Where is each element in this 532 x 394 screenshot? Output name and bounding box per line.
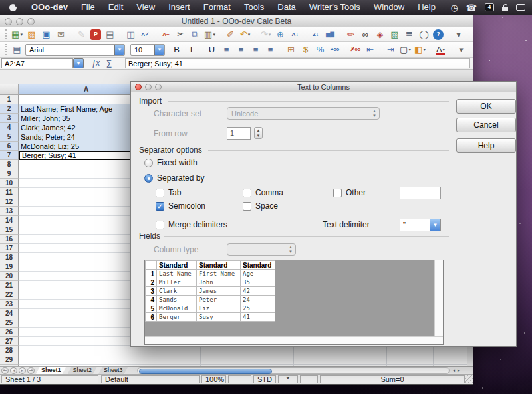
cancel-button[interactable]: Cancel (456, 118, 516, 132)
menu-tools[interactable]: Tools (237, 0, 271, 15)
tab-sheet1[interactable]: Sheet1 (36, 367, 66, 374)
row-header-21[interactable]: 21 (0, 281, 19, 290)
chevron-down-icon[interactable]: ▾ (248, 32, 251, 37)
row-header-25[interactable]: 25 (0, 318, 19, 328)
font-name-combo[interactable]: Arial ▼ (25, 44, 125, 56)
format-currency-icon[interactable]: $ (299, 44, 312, 56)
chevron-down-icon[interactable]: ▼ (430, 219, 440, 231)
menu-view[interactable]: View (130, 0, 162, 15)
bold-icon[interactable]: B (170, 44, 183, 56)
italic-icon[interactable]: I (185, 44, 198, 56)
status-zoom[interactable]: 100% (201, 375, 226, 383)
horizontal-scrollbar[interactable] (137, 367, 450, 374)
send-email-icon[interactable]: ✉ (55, 29, 67, 41)
preview-horizontal-scrollbar[interactable] (145, 336, 443, 344)
row-header-17[interactable]: 17 (0, 244, 19, 253)
menu-data[interactable]: Data (271, 0, 302, 15)
menu-window[interactable]: Window (367, 0, 411, 15)
insert-chart-icon[interactable]: ▅▇ (324, 29, 336, 41)
row-header-14[interactable]: 14 (0, 216, 19, 225)
semicolon-label[interactable]: Semicolon (168, 201, 205, 211)
align-justified-icon[interactable]: ≡ (264, 44, 277, 56)
paste-icon[interactable]: ▥▾ (203, 29, 216, 41)
delete-decimal-icon[interactable]: ✗00 (349, 44, 362, 56)
fixed-width-radio[interactable] (144, 159, 153, 167)
sort-ascending-icon[interactable]: A↓ (289, 29, 301, 41)
gallery-icon[interactable]: ▧ (388, 29, 401, 41)
preview-column-type-header[interactable]: Standard (197, 261, 241, 270)
align-right-icon[interactable]: ≡ (249, 44, 262, 56)
menu-file[interactable]: File (74, 0, 102, 15)
chevron-down-icon[interactable]: ▼ (154, 45, 164, 55)
background-color-icon[interactable]: ◧▾ (414, 44, 426, 56)
from-row-field[interactable]: 1 (227, 127, 251, 140)
ok-button[interactable]: OK (456, 99, 516, 114)
row-header-10[interactable]: 10 (0, 179, 19, 188)
help-button[interactable]: Help (456, 138, 516, 153)
underline-icon[interactable]: U (205, 44, 218, 56)
row-header-1[interactable]: 1 (0, 95, 19, 104)
row-header-12[interactable]: 12 (0, 197, 19, 207)
tab-checkbox[interactable] (156, 189, 164, 197)
find-replace-icon[interactable]: ∞ (359, 29, 372, 41)
row-header-3[interactable]: 3 (0, 114, 19, 123)
preview-column-type-header[interactable]: Standard (157, 261, 197, 270)
space-checkbox[interactable] (243, 202, 251, 211)
font-size-combo[interactable]: 10 ▼ (130, 44, 165, 56)
show-draw-functions-icon[interactable]: ✏ (344, 29, 357, 41)
auto-spellcheck-icon[interactable]: A~ (160, 29, 172, 41)
separated-by-radio[interactable] (144, 174, 153, 183)
row-header-5[interactable]: 5 (0, 132, 19, 142)
tab-label[interactable]: Tab (168, 188, 181, 197)
row-header-4[interactable]: 4 (0, 123, 19, 132)
resize-grip[interactable] (465, 375, 473, 384)
other-field[interactable] (400, 187, 441, 199)
row-header-23[interactable]: 23 (0, 300, 19, 309)
align-center-icon[interactable]: ≡ (235, 44, 247, 56)
new-document-icon[interactable]: ▦▾ (11, 29, 23, 41)
row-header-2[interactable]: 2 (0, 104, 19, 114)
row-header-13[interactable]: 13 (0, 207, 19, 216)
menu-format[interactable]: Format (197, 0, 237, 15)
select-all-corner[interactable] (0, 84, 19, 95)
row-header-27[interactable]: 27 (0, 337, 19, 346)
status-page-style[interactable]: Default (101, 375, 200, 383)
chevron-down-icon[interactable]: ▾ (443, 47, 446, 52)
formula-input-line[interactable]: Berger; Susy; 41 (125, 58, 470, 68)
toolbar-overflow-2-icon[interactable]: ▾ (455, 44, 467, 56)
time-machine-icon[interactable]: ◷ (450, 3, 458, 13)
save-icon[interactable]: ▣ (40, 29, 53, 41)
tab-sheet3[interactable]: Sheet3 (98, 367, 128, 374)
hyperlink-icon[interactable]: ⊕ (274, 29, 287, 41)
chevron-down-icon[interactable]: ▼ (114, 45, 124, 55)
toolbar-drag-handle-2[interactable] (5, 44, 7, 54)
chevron-down-icon[interactable]: ▾ (213, 32, 215, 37)
preview-column-type-header[interactable]: Standard (241, 261, 275, 270)
other-label[interactable]: Other (346, 188, 366, 197)
chevron-down-icon[interactable]: ▾ (423, 47, 426, 52)
format-percent-icon[interactable]: % (314, 44, 327, 56)
keychain-lock-icon[interactable] (502, 7, 508, 11)
row-header-7[interactable]: 7 (0, 151, 19, 160)
semicolon-checkbox[interactable]: ✓ (156, 202, 164, 211)
font-color-icon[interactable]: A▾ (434, 44, 447, 56)
undo-icon[interactable]: ↶▾ (239, 29, 251, 41)
displays-icon[interactable] (516, 4, 525, 11)
comma-checkbox[interactable] (243, 189, 251, 197)
zoom-icon[interactable]: ◯ (418, 29, 430, 41)
menu-writer-s-tools[interactable]: Writer's Tools (303, 0, 367, 15)
export-pdf-icon[interactable]: P (90, 29, 101, 40)
chevron-down-icon[interactable]: ▾ (408, 47, 411, 52)
row-header-26[interactable]: 26 (0, 328, 19, 337)
merge-delimiters-checkbox[interactable] (156, 221, 164, 229)
row-header-22[interactable]: 22 (0, 290, 19, 300)
from-row-spinner[interactable]: ▲▼ (254, 127, 263, 139)
status-sum[interactable]: Sum=0 (320, 375, 465, 383)
row-header-6[interactable]: 6 (0, 142, 19, 151)
decrease-indent-icon[interactable]: ⇤ (364, 44, 376, 56)
menu-ooo-dev[interactable]: OOo-dev (25, 0, 74, 15)
format-paintbrush-icon[interactable]: ✐ (224, 29, 237, 41)
tab-sheet2[interactable]: Sheet2 (68, 367, 98, 374)
row-header-29[interactable]: 29 (0, 355, 19, 365)
first-sheet-icon[interactable]: ⇤ (1, 367, 9, 374)
